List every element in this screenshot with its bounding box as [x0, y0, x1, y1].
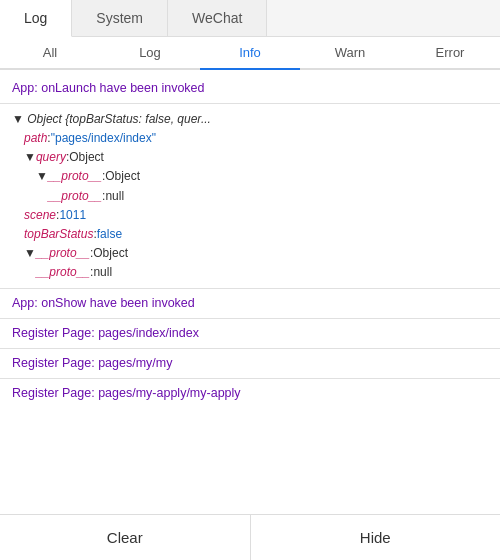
triangle-proto3: ▼	[24, 244, 36, 263]
separator-3	[0, 318, 500, 319]
register2-text: Register Page: pages/my/my	[12, 356, 173, 370]
filter-tab-info[interactable]: Info	[200, 37, 300, 70]
top-tab-log[interactable]: Log	[0, 0, 72, 37]
log-entry-register2: Register Page: pages/my/my	[0, 351, 500, 376]
obj-header-line: ▼ Object {topBarStatus: false, quer...	[12, 110, 488, 129]
query-key: query	[36, 148, 66, 167]
log-entry-onshow: App: onShow have been invoked	[0, 291, 500, 316]
proto4-val: null	[93, 263, 112, 282]
proto2-val: null	[105, 187, 124, 206]
proto4-key: __proto__	[36, 263, 90, 282]
top-tab-wechat[interactable]: WeChat	[168, 0, 267, 36]
topbarstatus-key: topBarStatus	[24, 225, 93, 244]
proto3-key: __proto__	[36, 244, 90, 263]
register3-text: Register Page: pages/my-apply/my-apply	[12, 386, 241, 400]
filter-tab-log[interactable]: Log	[100, 37, 200, 68]
object-tree: ▼ Object {topBarStatus: false, quer... p…	[0, 106, 500, 287]
hide-button[interactable]: Hide	[251, 515, 501, 560]
obj-header-text: ▼ Object {topBarStatus: false, quer...	[12, 110, 211, 129]
top-tabs: Log System WeChat	[0, 0, 500, 37]
obj-proto3-line: ▼ __proto__ : Object	[12, 244, 488, 263]
obj-proto1-line: ▼ __proto__ : Object	[12, 167, 488, 186]
onshow-text: App: onShow have been invoked	[12, 296, 195, 310]
obj-scene-line: scene : 1011	[12, 206, 488, 225]
separator-2	[0, 288, 500, 289]
onlaunch-text: App: onLaunch have been invoked	[12, 81, 205, 95]
filter-tabs: All Log Info Warn Error	[0, 37, 500, 70]
obj-proto2-line: __proto__ : null	[12, 187, 488, 206]
filter-tab-error[interactable]: Error	[400, 37, 500, 68]
log-entry-onlaunch: App: onLaunch have been invoked	[0, 76, 500, 101]
obj-path-line: path : "pages/index/index"	[12, 129, 488, 148]
proto1-key: __proto__	[48, 167, 102, 186]
obj-topbarstatus-line: topBarStatus : false	[12, 225, 488, 244]
obj-proto4-line: __proto__ : null	[12, 263, 488, 282]
path-key: path	[24, 129, 47, 148]
separator-5	[0, 378, 500, 379]
path-val: "pages/index/index"	[51, 129, 156, 148]
bottom-bar: Clear Hide	[0, 514, 500, 560]
log-content: App: onLaunch have been invoked ▼ Object…	[0, 70, 500, 500]
scene-val: 1011	[59, 206, 86, 225]
filter-tab-warn[interactable]: Warn	[300, 37, 400, 68]
proto3-val: Object	[93, 244, 128, 263]
filter-tab-all[interactable]: All	[0, 37, 100, 68]
log-entry-register3: Register Page: pages/my-apply/my-apply	[0, 381, 500, 406]
triangle-query: ▼	[24, 148, 36, 167]
obj-query-line: ▼ query : Object	[12, 148, 488, 167]
topbarstatus-val: false	[97, 225, 122, 244]
register1-text: Register Page: pages/index/index	[12, 326, 199, 340]
proto2-key: __proto__	[48, 187, 102, 206]
top-tab-system[interactable]: System	[72, 0, 168, 36]
separator-1	[0, 103, 500, 104]
query-val: Object	[69, 148, 104, 167]
triangle-proto1: ▼	[36, 167, 48, 186]
clear-button[interactable]: Clear	[0, 515, 251, 560]
separator-4	[0, 348, 500, 349]
log-entry-register1: Register Page: pages/index/index	[0, 321, 500, 346]
scene-key: scene	[24, 206, 56, 225]
proto1-val: Object	[105, 167, 140, 186]
